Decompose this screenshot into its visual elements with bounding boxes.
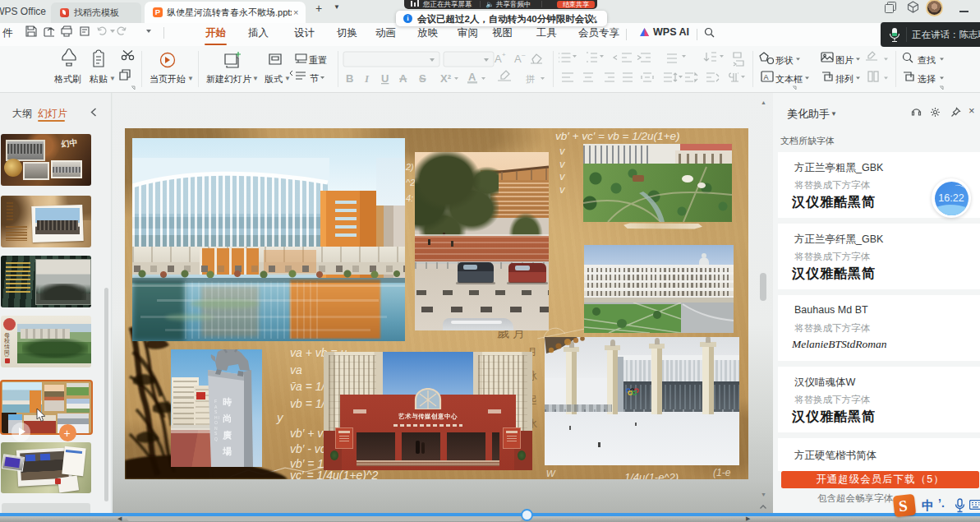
svg-text:形状: 形状 [775, 55, 794, 65]
svg-text:选择: 选择 [918, 74, 936, 84]
svg-text:文本框: 文本框 [775, 74, 803, 84]
svg-text:查找: 查找 [918, 55, 936, 65]
svg-text:排列: 排列 [835, 74, 853, 84]
svg-text:图片: 图片 [835, 55, 853, 65]
svg-text:A: A [764, 73, 769, 81]
